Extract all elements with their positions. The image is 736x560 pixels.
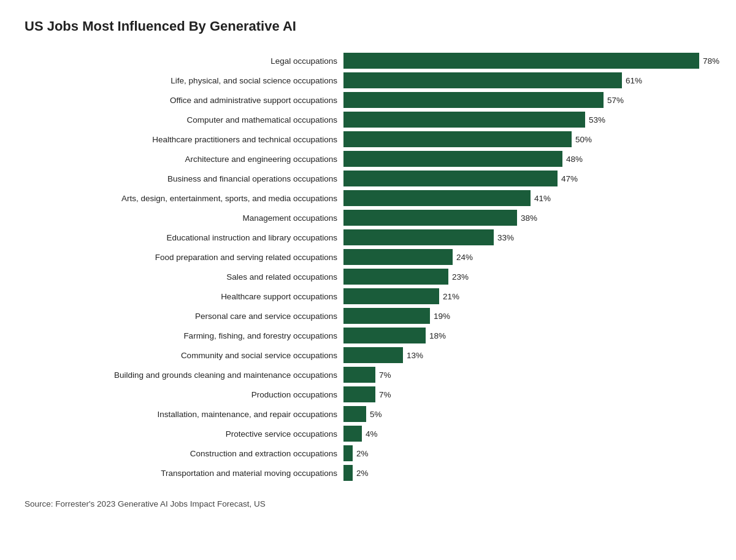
bar-wrapper: 19% [343, 308, 711, 324]
bar-wrapper: 41% [343, 190, 711, 206]
bar-wrapper: 61% [343, 72, 711, 88]
bar [343, 171, 558, 186]
bar [343, 328, 426, 343]
bar-wrapper: 23% [343, 269, 711, 285]
bar [343, 229, 494, 245]
bar-row: Office and administrative support occupa… [25, 92, 711, 108]
bar-wrapper: 47% [343, 171, 711, 186]
bar-pct-label: 5% [370, 410, 382, 419]
bar-row: Educational instruction and library occu… [25, 229, 711, 245]
bar-label: Protective service occupations [25, 429, 343, 439]
bar-row: Installation, maintenance, and repair oc… [25, 406, 711, 422]
bar-wrapper: 2% [343, 445, 711, 461]
source-label: Source: Forrester's 2023 Generative AI J… [25, 499, 711, 508]
bar-label: Arts, design, entertainment, sports, and… [25, 194, 343, 203]
bar-pct-label: 48% [566, 155, 583, 164]
bar-wrapper: 24% [343, 249, 711, 265]
bar-row: Farming, fishing, and forestry occupatio… [25, 328, 711, 343]
bar-pct-label: 19% [434, 312, 450, 321]
bar-pct-label: 21% [443, 292, 459, 301]
bar-row: Community and social service occupations… [25, 347, 711, 363]
bar-label: Installation, maintenance, and repair oc… [25, 410, 343, 419]
bar-label: Healthcare support occupations [25, 292, 343, 301]
bar-label: Educational instruction and library occu… [25, 233, 343, 242]
bar-label: Management occupations [25, 213, 343, 223]
bar-wrapper: 13% [343, 347, 711, 363]
bar-label: Sales and related occupations [25, 272, 343, 282]
bar-pct-label: 50% [575, 135, 592, 144]
bar-label: Computer and mathematical occupations [25, 115, 343, 125]
bar-row: Construction and extraction occupations2… [25, 445, 711, 461]
bar-wrapper: 4% [343, 426, 711, 442]
bar-row: Computer and mathematical occupations53% [25, 112, 711, 128]
bar-label: Building and grounds cleaning and mainte… [25, 370, 343, 380]
bar-label: Community and social service occupations [25, 351, 343, 360]
bar-wrapper: 7% [343, 367, 711, 383]
bar-pct-label: 41% [534, 194, 551, 203]
bar-pct-label: 13% [407, 351, 423, 360]
bar [343, 131, 572, 147]
bar-row: Protective service occupations4% [25, 426, 711, 442]
bar-row: Business and financial operations occupa… [25, 171, 711, 186]
bar-row: Architecture and engineering occupations… [25, 151, 711, 167]
bar [343, 269, 448, 285]
bar [343, 386, 375, 402]
bar-label: Office and administrative support occupa… [25, 96, 343, 105]
bar-wrapper: 18% [343, 328, 711, 343]
bar-label: Healthcare practitioners and technical o… [25, 135, 343, 144]
bar-label: Life, physical, and social science occup… [25, 76, 343, 85]
bar [343, 465, 353, 481]
bar-label: Food preparation and serving related occ… [25, 253, 343, 262]
bar-pct-label: 7% [379, 390, 391, 399]
bar-wrapper: 57% [343, 92, 711, 108]
bar-wrapper: 21% [343, 288, 711, 304]
bar [343, 406, 366, 422]
chart-title: US Jobs Most Influenced By Generative AI [25, 18, 711, 34]
bar-row: Healthcare practitioners and technical o… [25, 131, 711, 147]
bar-label: Construction and extraction occupations [25, 449, 343, 458]
bar [343, 151, 562, 167]
bar-pct-label: 7% [379, 370, 391, 380]
bar-wrapper: 53% [343, 112, 711, 128]
bar-pct-label: 53% [589, 115, 605, 125]
bar-wrapper: 5% [343, 406, 711, 422]
bar-row: Life, physical, and social science occup… [25, 72, 711, 88]
bar-pct-label: 47% [561, 174, 578, 183]
bar-wrapper: 50% [343, 131, 711, 147]
bar-row: Legal occupations78% [25, 53, 711, 69]
bar-label: Architecture and engineering occupations [25, 155, 343, 164]
bar-row: Transportation and material moving occup… [25, 465, 711, 481]
bar-wrapper: 38% [343, 210, 711, 226]
bar-pct-label: 4% [366, 429, 378, 439]
bar-wrapper: 78% [343, 53, 719, 69]
bar-row: Food preparation and serving related occ… [25, 249, 711, 265]
bar-pct-label: 23% [452, 272, 469, 282]
bar [343, 445, 353, 461]
bar-label: Production occupations [25, 390, 343, 399]
bar-pct-label: 57% [607, 96, 624, 105]
bar [343, 210, 517, 226]
bar-row: Personal care and service occupations19% [25, 308, 711, 324]
bar-wrapper: 2% [343, 465, 711, 481]
bar-row: Production occupations7% [25, 386, 711, 402]
bar-label: Transportation and material moving occup… [25, 469, 343, 478]
bar-row: Building and grounds cleaning and mainte… [25, 367, 711, 383]
bar-wrapper: 7% [343, 386, 711, 402]
bar [343, 92, 604, 108]
chart-container: Legal occupations78%Life, physical, and … [25, 53, 711, 481]
bar-pct-label: 2% [356, 449, 369, 458]
bar [343, 288, 439, 304]
bar-pct-label: 24% [456, 253, 473, 262]
bar-pct-label: 2% [356, 469, 369, 478]
bar [343, 426, 362, 442]
bar-pct-label: 33% [497, 233, 514, 242]
bar [343, 249, 453, 265]
bar-wrapper: 48% [343, 151, 711, 167]
bar-label: Legal occupations [25, 56, 343, 66]
bar [343, 72, 622, 88]
bar [343, 53, 699, 69]
bar [343, 308, 430, 324]
bar [343, 347, 403, 363]
bar [343, 190, 531, 206]
bar-pct-label: 78% [703, 56, 719, 66]
